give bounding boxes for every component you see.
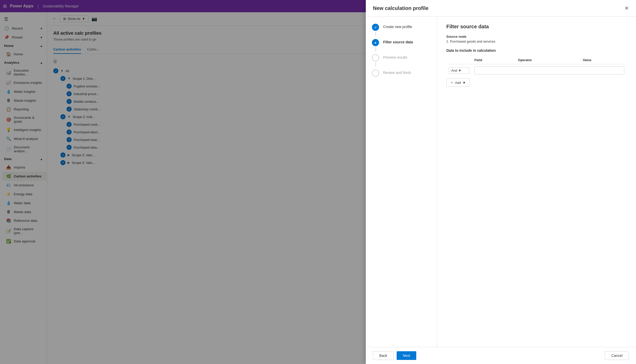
step-2-label: Filter source data (383, 39, 413, 44)
plus-icon: ＋ (450, 80, 453, 85)
wizard-step-2: ● Filter source data (372, 39, 431, 46)
add-chevron-icon: ▼ (462, 81, 466, 85)
step-3-circle (372, 54, 379, 61)
and-cell: And ▼ (446, 64, 472, 77)
step-4-label: Review and finish (383, 70, 411, 75)
modal-close-button[interactable]: ✕ (625, 5, 629, 11)
modal-panel: New calculation profile ✕ ✓ Create new p… (366, 0, 636, 364)
col-operator: Operator (515, 56, 580, 64)
modal-overlay: New calculation profile ✕ ✓ Create new p… (0, 0, 636, 364)
step-1-circle: ✓ (372, 24, 379, 31)
wizard-steps: ✓ Create new profile ● Filter source dat… (366, 17, 437, 347)
filter-section-title: Filter source data (446, 24, 627, 30)
source-node-value: 1. Purchased goods and services (446, 40, 627, 43)
col-and (446, 56, 472, 64)
add-label: Add (455, 81, 461, 85)
step-1-label: Create new profile (383, 24, 412, 29)
and-chevron-icon: ▼ (458, 69, 461, 72)
step-3-label: Preview results (383, 54, 407, 59)
filter-row-1: And ▼ (446, 64, 627, 77)
modal-header: New calculation profile ✕ (366, 0, 636, 17)
filter-input-cell (472, 64, 627, 77)
cancel-button[interactable]: Cancel (605, 351, 629, 360)
filter-panel: Filter source data Source node 1. Purcha… (437, 17, 636, 347)
wizard-step-1: ✓ Create new profile (372, 24, 431, 31)
include-label: Data to include in calculation (446, 48, 627, 53)
modal-title: New calculation profile (373, 5, 429, 11)
wizard-step-4: Review and finish (372, 70, 431, 77)
col-field: Field (472, 56, 515, 64)
step-2-circle: ● (372, 39, 379, 46)
add-button[interactable]: ＋ Add ▼ (446, 79, 470, 87)
modal-body: ✓ Create new profile ● Filter source dat… (366, 17, 636, 347)
and-dropdown[interactable]: And ▼ (449, 67, 469, 74)
filter-table: Field Operator Value And ▼ (446, 56, 627, 76)
and-label: And (451, 69, 457, 72)
col-value: Value (580, 56, 627, 64)
footer-left: Back Next (373, 351, 416, 360)
step-4-circle (372, 70, 379, 77)
filter-table-header-row: Field Operator Value (446, 56, 627, 64)
filter-input[interactable] (474, 66, 624, 74)
wizard-step-3: Preview results (372, 54, 431, 61)
back-button[interactable]: Back (373, 351, 394, 360)
modal-footer: Back Next Cancel (366, 347, 636, 364)
source-node-label: Source node (446, 35, 627, 38)
next-button[interactable]: Next (397, 351, 416, 360)
